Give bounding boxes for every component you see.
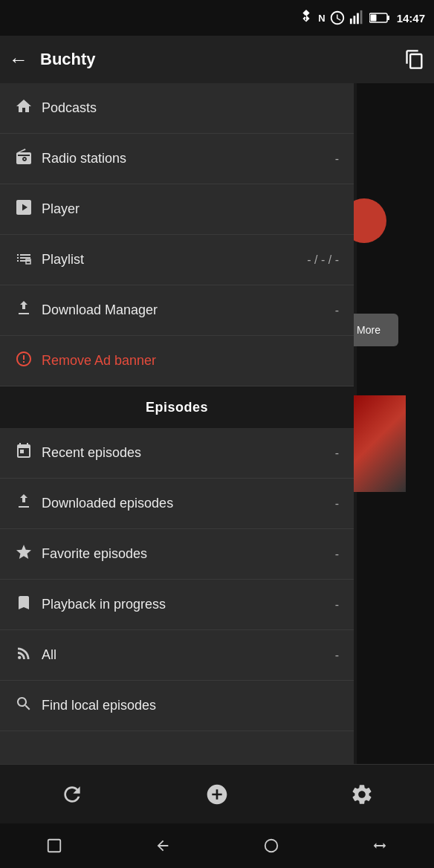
menu-label-playback: Playback in progress <box>42 597 335 612</box>
episodes-section-header: Episodes <box>0 386 354 428</box>
menu-label-remove-ad: Remove Ad banner <box>42 353 339 369</box>
menu-label-download-manager: Download Manager <box>42 302 335 318</box>
menu-badge-download-manager: - <box>335 304 339 317</box>
calendar-icon <box>15 442 42 464</box>
rss-icon <box>15 644 42 666</box>
download-manager-icon <box>15 299 42 321</box>
radio-icon <box>15 148 42 169</box>
status-bar: N 14:47 <box>0 0 434 36</box>
svg-rect-0 <box>350 19 352 24</box>
back-button[interactable]: ← <box>9 48 28 71</box>
svg-rect-5 <box>387 16 389 20</box>
svg-rect-9 <box>48 840 61 852</box>
document-icon[interactable] <box>404 49 425 70</box>
playlist-icon <box>15 249 42 271</box>
menu-badge-playlist: - / - / - <box>307 253 339 267</box>
menu-item-radio[interactable]: Radio stations - <box>0 134 354 184</box>
android-nav-bar <box>0 823 434 868</box>
menu-label-podcasts: Podcasts <box>42 100 339 116</box>
refresh-button[interactable] <box>50 772 94 817</box>
svg-point-8 <box>18 656 21 659</box>
bottom-nav <box>0 764 434 823</box>
star-icon <box>15 543 42 565</box>
menu-item-playlist[interactable]: Playlist - / - / - <box>0 235 354 285</box>
menu-item-downloaded-episodes[interactable]: Downloaded episodes - <box>0 479 354 529</box>
menu-item-podcasts[interactable]: Podcasts <box>0 83 354 134</box>
android-home-btn[interactable] <box>256 831 286 861</box>
status-time: 14:47 <box>397 12 425 25</box>
header: ← Buchty <box>0 36 434 83</box>
svg-rect-2 <box>357 13 359 25</box>
menu-badge-recent-episodes: - <box>335 447 339 460</box>
menu-label-playlist: Playlist <box>42 252 307 268</box>
bluetooth-icon <box>298 10 314 26</box>
episodes-header-text: Episodes <box>146 400 208 415</box>
menu-item-remove-ad[interactable]: Remove Ad banner <box>0 336 354 386</box>
menu-item-favorite-episodes[interactable]: Favorite episodes - <box>0 529 354 580</box>
play-icon <box>15 198 42 220</box>
menu-label-recent-episodes: Recent episodes <box>42 445 335 461</box>
settings-button[interactable] <box>340 772 384 817</box>
svg-rect-1 <box>353 16 355 24</box>
menu-item-find-local[interactable]: Find local episodes <box>0 681 354 731</box>
menu-item-download-manager[interactable]: Download Manager - <box>0 285 354 336</box>
menu-label-find-local: Find local episodes <box>42 698 339 713</box>
ad-tag-icon <box>15 350 42 372</box>
menu-label-favorite-episodes: Favorite episodes <box>42 546 335 562</box>
app-title: Buchty <box>40 50 404 69</box>
menu-item-playback-in-progress[interactable]: Playback in progress - <box>0 580 354 630</box>
android-back-btn[interactable] <box>148 831 178 861</box>
menu-label-all: All <box>42 647 335 663</box>
add-button[interactable] <box>195 772 239 817</box>
navigation-drawer: Podcasts Radio stations - Player Playlis… <box>0 83 354 764</box>
menu-badge-radio: - <box>335 152 339 166</box>
battery-icon <box>369 12 390 24</box>
menu-badge-favorite-episodes: - <box>335 548 339 561</box>
android-square-btn[interactable] <box>39 831 69 861</box>
search-icon <box>15 695 42 716</box>
svg-rect-3 <box>360 10 362 24</box>
signal-icon <box>349 10 366 26</box>
menu-badge-playback: - <box>335 598 339 612</box>
alarm-icon <box>329 10 346 26</box>
home-icon <box>15 97 42 119</box>
menu-item-player[interactable]: Player <box>0 184 354 235</box>
download-episodes-icon <box>15 493 42 514</box>
menu-badge-all: - <box>335 649 339 662</box>
svg-rect-6 <box>370 15 376 22</box>
menu-badge-downloaded-episodes: - <box>335 497 339 511</box>
svg-point-10 <box>265 840 278 852</box>
status-icons: N 14:47 <box>298 10 425 26</box>
menu-label-downloaded-episodes: Downloaded episodes <box>42 496 335 511</box>
menu-item-recent-episodes[interactable]: Recent episodes - <box>0 428 354 479</box>
menu-item-all[interactable]: All - <box>0 630 354 681</box>
nfc-icon: N <box>318 13 325 24</box>
android-menu-btn[interactable] <box>365 831 395 861</box>
bookmark-icon <box>15 594 42 615</box>
menu-label-player: Player <box>42 201 339 217</box>
menu-label-radio: Radio stations <box>42 151 335 166</box>
